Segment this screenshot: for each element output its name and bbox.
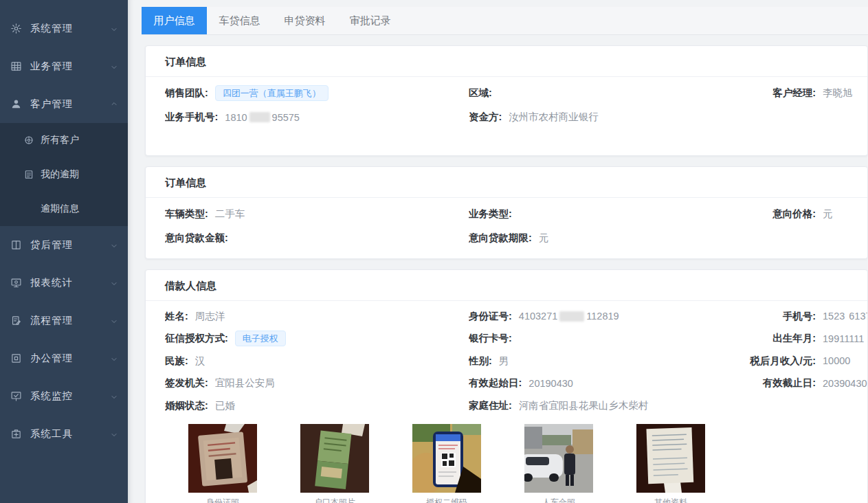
field-intent-loan-term: 意向贷款期限: 元 xyxy=(469,226,740,250)
tab-approval-records[interactable]: 审批记录 xyxy=(337,7,403,34)
gear-circle-icon xyxy=(23,135,34,146)
field-intent-price: 意向价格: 元 xyxy=(740,202,867,226)
chevron-down-icon xyxy=(110,241,118,249)
photo-caption: 身份证照 xyxy=(188,497,257,503)
sidebar-item-label: 所有客户 xyxy=(41,134,79,146)
gear-icon xyxy=(10,23,22,34)
field-row: 意向贷款金额: 意向贷款期限: 元 xyxy=(165,226,867,250)
sidebar-item-label: 逾期信息 xyxy=(41,203,79,215)
sidebar-item-label: 系统监控 xyxy=(30,390,73,403)
household-register-photo-thumbnail xyxy=(300,424,369,493)
sidebar-item-label: 系统管理 xyxy=(30,22,73,35)
grid-icon xyxy=(10,60,22,72)
sidebar-item-customer-management[interactable]: 客户管理 xyxy=(0,85,128,123)
card-title: 订单信息 xyxy=(146,167,867,198)
field-ethnicity: 民族: 汉 xyxy=(165,350,469,372)
main-content: 用户信息 车贷信息 申贷资料 审批记录 订单信息 销售团队: 四团一营（直属王鹏… xyxy=(128,0,868,503)
person-car-photo-thumbnail xyxy=(524,424,593,493)
tab-car-loan-info[interactable]: 车贷信息 xyxy=(207,7,272,34)
sidebar-item-label: 客户管理 xyxy=(30,98,73,111)
field-marital-status: 婚姻状态: 已婚 xyxy=(165,394,469,417)
sidebar-item-my-overdue[interactable]: 我的逾期 xyxy=(0,157,128,192)
photo-paper-document[interactable]: 其他资料 xyxy=(636,424,705,503)
credit-auth-tag: 电子授权 xyxy=(235,331,286,346)
field-gender: 性别: 男 xyxy=(469,350,740,372)
sidebar-item-business-management[interactable]: 业务管理 xyxy=(0,47,128,85)
sidebar-item-label: 流程管理 xyxy=(30,314,73,327)
sidebar-item-report-statistics[interactable]: 报表统计 xyxy=(0,264,128,302)
field-id-number: 身份证号: 4103271 112819 xyxy=(469,305,740,328)
qrcode-phone-photo-thumbnail xyxy=(412,424,481,493)
chevron-down-icon xyxy=(110,63,118,71)
field-business-type: 业务类型: xyxy=(469,202,740,226)
field-row: 签发机关: 宜阳县公安局 有效起始日: 20190430 有效截止日: 2039… xyxy=(165,372,867,395)
sidebar-item-postloan-management[interactable]: 贷后管理 xyxy=(0,226,128,264)
chevron-down-icon xyxy=(110,279,118,287)
app-window: 系统管理 业务管理 客户管理 所有客户 我的逾期 逾期信息 xyxy=(0,0,868,503)
sidebar-item-label: 业务管理 xyxy=(30,60,73,73)
sidebar-item-system-management[interactable]: 系统管理 xyxy=(0,10,128,47)
borrower-info-card: 借款人信息 姓名: 周志洋 身份证号: 4103271 112819 手机号: xyxy=(145,269,868,503)
card-title: 借款人信息 xyxy=(146,270,867,301)
photo-id-card[interactable]: 身份证照 xyxy=(188,424,257,503)
field-empty xyxy=(740,226,867,250)
field-sales-team: 销售团队: 四团一营（直属王鹏飞） xyxy=(165,81,469,105)
field-row: 车辆类型: 二手车 业务类型: 意向价格: 元 xyxy=(165,202,867,226)
field-empty xyxy=(740,105,867,129)
card-body: 车辆类型: 二手车 业务类型: 意向价格: 元 意向贷款金额: xyxy=(146,198,867,258)
sidebar-item-overdue-info[interactable]: 逾期信息 xyxy=(0,192,128,226)
detail-tabbar: 用户信息 车贷信息 申贷资料 审批记录 xyxy=(142,7,868,35)
chevron-down-icon xyxy=(110,392,118,401)
field-empty xyxy=(740,394,867,417)
field-row: 婚姻状态: 已婚 家庭住址: 河南省宜阳县花果山乡木柴村 xyxy=(165,394,867,417)
field-name: 姓名: 周志洋 xyxy=(165,305,469,328)
chevron-down-icon xyxy=(110,25,118,33)
chevron-up-icon xyxy=(110,100,118,109)
monitor-icon xyxy=(10,277,22,289)
sales-team-tag[interactable]: 四团一营（直属王鹏飞） xyxy=(215,85,329,101)
box-plus-icon xyxy=(10,428,22,440)
field-credit-auth-method: 征信授权方式: 电子授权 xyxy=(165,328,469,350)
chevron-down-icon xyxy=(110,430,118,438)
sidebar-item-label: 报表统计 xyxy=(30,276,73,289)
sidebar: 系统管理 业务管理 客户管理 所有客户 我的逾期 逾期信息 xyxy=(0,0,128,503)
card-body: 销售团队: 四团一营（直属王鹏飞） 区域: 客户经理: 李晓旭 业务手机号: xyxy=(146,77,867,155)
field-region: 区域: xyxy=(469,81,740,105)
field-issuing-authority: 签发机关: 宜阳县公安局 xyxy=(165,372,469,395)
sidebar-item-system-tools[interactable]: 系统工具 xyxy=(0,415,128,453)
field-vehicle-type: 车辆类型: 二手车 xyxy=(165,202,469,226)
tab-user-info[interactable]: 用户信息 xyxy=(142,7,207,34)
masked-digits xyxy=(249,112,270,122)
document-photo-list: 身份证照 xyxy=(188,424,867,503)
columns-icon xyxy=(10,239,22,251)
monitor-check-icon xyxy=(10,390,22,402)
field-row: 征信授权方式: 电子授权 银行卡号: 出生年月: 19911111 xyxy=(165,328,867,350)
tab-loan-application-docs[interactable]: 申贷资料 xyxy=(272,7,337,34)
photo-caption: 人车合照 xyxy=(524,497,593,503)
card-title: 订单信息 xyxy=(146,46,867,77)
sidebar-item-label: 贷后管理 xyxy=(30,238,73,252)
photo-caption: 授权二维码 xyxy=(412,497,481,503)
sidebar-item-process-management[interactable]: 流程管理 xyxy=(0,302,128,339)
square-in-square-icon xyxy=(10,353,22,364)
document-icon xyxy=(23,169,34,180)
sidebar-item-office-management[interactable]: 办公管理 xyxy=(0,339,128,377)
photo-auth-qrcode[interactable]: 授权二维码 xyxy=(412,424,481,503)
field-valid-from: 有效起始日: 20190430 xyxy=(469,372,740,395)
photo-person-with-car[interactable]: 人车合照 xyxy=(524,424,593,503)
field-valid-to: 有效截止日: 20390430 xyxy=(740,372,867,395)
field-monthly-income: 税后月收入/元: 10000 xyxy=(740,350,867,372)
field-account-manager: 客户经理: 李晓旭 xyxy=(740,81,867,105)
field-row: 销售团队: 四团一营（直属王鹏飞） 区域: 客户经理: 李晓旭 xyxy=(165,81,867,105)
photo-caption: 户口本照片 xyxy=(300,497,369,503)
photo-household-register[interactable]: 户口本照片 xyxy=(300,424,369,503)
sidebar-item-label: 系统工具 xyxy=(30,427,73,440)
field-business-phone: 业务手机号: 1810 95575 xyxy=(165,105,469,129)
id-card-photo-thumbnail xyxy=(188,424,257,493)
sidebar-item-system-monitor[interactable]: 系统监控 xyxy=(0,377,128,415)
field-mobile-phone: 手机号: 1523 6137 xyxy=(740,305,867,328)
order-info-card-1: 订单信息 销售团队: 四团一营（直属王鹏飞） 区域: 客户经理: 李晓旭 xyxy=(145,45,868,156)
sidebar-item-all-customers[interactable]: 所有客户 xyxy=(0,123,128,157)
clipboard-icon xyxy=(10,315,22,326)
field-funder: 资金方: 汝州市农村商业银行 xyxy=(469,105,740,129)
